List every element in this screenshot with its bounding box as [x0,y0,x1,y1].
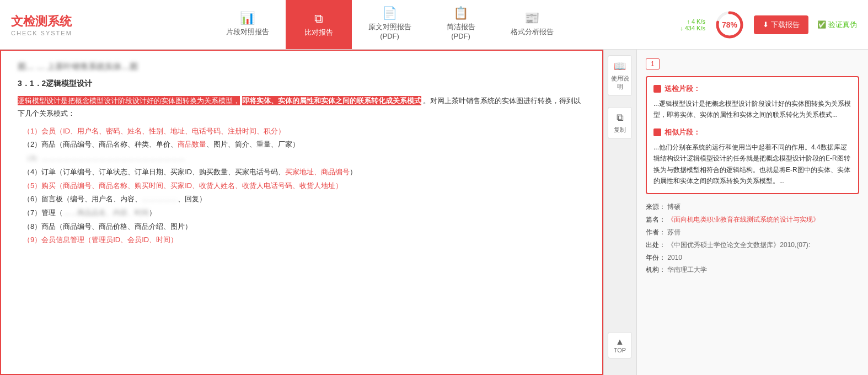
title-value: 《面向机电类职业教育在线测试系统的设计与实现》 [667,216,819,223]
download-icon: ⬇ [763,20,769,29]
similar-section-title: 相似片段： [653,127,851,137]
progress-circle: 78% [714,9,745,40]
list-item-8: （8）商品（商品编号、商品价格、商品介绍、图片） [23,220,586,234]
top-label: TOP [614,347,626,353]
similar-text-content: ...他们分别在系统的运行和使用当中起着不同的作用。4.4数据库逻辑结构设计逻辑… [653,143,850,185]
org-row: 机构： 华南理工大学 [646,264,859,276]
usage-label: 使用说明 [610,74,629,91]
copy-label: 复制 [614,126,626,134]
sent-section-title: 送检片段： [653,84,851,94]
logo-title: 文检测系统 [11,13,99,30]
verify-button[interactable]: ✅ 验证真伪 [817,20,857,30]
sent-text: ...逻辑模型设计是把概念模型设计阶段设计好的实体图转换为关系模型，即将实体、实… [653,98,851,121]
tab-bidui-icon: ⧉ [314,12,323,26]
source-label: 来源： [646,203,666,211]
tab-geshi-label: 格式分析报告 [511,28,554,37]
year-value: 2010 [667,254,682,261]
similar-label: 相似片段： [665,127,700,137]
highlight-text-2: 即将实体、实体的属性和实体之间的联系转化成关系模式 [242,96,421,105]
title-label: 篇名： [646,216,666,223]
verify-label: 验证真伪 [828,20,857,30]
copy-button[interactable]: ⧉ 复制 [608,107,632,139]
progress-pct: 78% [722,20,737,29]
list-item-4: （4）订单（订单编号、订单状态、订单日期、买家ID、购买数量、买家电话号码、买家… [23,165,586,179]
match-number-badge: 1 [646,58,660,69]
author-row: 作者： 苏倩 [646,226,859,239]
org-value: 华南理工大学 [667,266,707,274]
list-item-3: （3）…………………………………………………… [23,152,586,165]
source-row: 来源： 博硕 [646,201,859,213]
sent-text-content: ...逻辑模型设计是把概念模型设计阶段设计好的实体图转换为关系模型，即将实体、实… [653,100,851,119]
tab-jianjie-icon: 📋 [453,6,468,20]
tab-bidui-label: 比对报告 [304,28,333,38]
year-row: 年份： 2010 [646,251,859,264]
org-label: 机构： [646,266,666,274]
tab-bidui[interactable]: ⧉ 比对报告 [286,0,352,49]
doc-title: 图… … 上茶叶销售系统实体…图 [18,62,586,72]
list-item-1: （1）会员（ID、用户名、密码、姓名、性别、地址、电话号码、注册时间、积分） [23,125,586,138]
sent-label: 送检片段： [665,84,700,94]
doc-para-1: 逻辑模型设计是把概念模型设计阶段设计好的实体图转换为关系模型， 即将实体、实体的… [18,94,586,120]
speed-indicator: ↑ 4 K/s ↓ 434 K/s [680,18,705,31]
source-info: 来源： 博硕 篇名： 《面向机电类职业教育在线测试系统的设计与实现》 作者： 苏… [646,201,859,276]
logo-area: 文检测系统 CHECK SYSTEM [11,13,99,36]
list-item-7: （7）管理（……商品品名、内容、时间） [23,206,586,220]
author-value: 苏倩 [667,228,681,236]
verify-icon: ✅ [817,20,826,29]
pub-value: 《中国优秀硕士学位论文全文数据库》2010,(07): [667,241,810,249]
top-button[interactable]: ▲ TOP [608,332,632,358]
logo-sub: CHECK SYSTEM [11,30,99,36]
usage-button[interactable]: 📖 使用说明 [608,55,632,96]
list-item-6: （6）留言板（编号、用户名、内容、……………、回复） [23,192,586,206]
tab-jianjie[interactable]: 📋 简洁报告(PDF) [428,0,494,49]
header-right: ↑ 4 K/s ↓ 434 K/s 78% ⬇ 下载报告 ✅ 验证真伪 [680,9,857,40]
author-label: 作者： [646,228,666,236]
sent-icon [653,85,661,93]
right-panel: 1 送检片段： ...逻辑模型设计是把概念模型设计阶段设计好的实体图转换为关系模… [636,50,868,375]
speed-down: ↓ 434 K/s [680,25,705,31]
middle-panel: 📖 使用说明 ⧉ 复制 ▲ TOP [603,50,636,375]
list-item-5: （5）购买（商品编号、商品名称、购买时间、买家ID、收货人姓名、收货人电话号码、… [23,179,586,193]
title-row: 篇名： 《面向机电类职业教育在线测试系统的设计与实现》 [646,213,859,226]
doc-section-title: 3．1．2逻辑模型设计 [18,79,586,89]
header: 文检测系统 CHECK SYSTEM 📊 片段对照报告 ⧉ 比对报告 📄 原文对… [0,0,868,50]
tab-geshi[interactable]: 📰 格式分析报告 [494,0,570,49]
match-card: 送检片段： ...逻辑模型设计是把概念模型设计阶段设计好的实体图转换为关系模型，… [646,76,859,194]
list-item-9: （9）会员信息管理（管理员ID、会员ID、时间） [23,233,586,247]
tab-yuanwen[interactable]: 📄 原文对照报告(PDF) [352,0,428,49]
list-item-2: （2）商品（商品编号、商品名称、种类、单价、商品数量、图片、简介、重量、厂家） [23,138,586,152]
top-arrow-icon: ▲ [615,337,624,347]
document-area[interactable]: 图… … 上茶叶销售系统实体…图 3．1．2逻辑模型设计 逻辑模型设计是把概念模… [0,50,603,375]
tab-jianjie-label: 简洁报告(PDF) [447,23,475,41]
nav-tabs: 📊 片段对照报告 ⧉ 比对报告 📄 原文对照报告(PDF) 📋 简洁报告(PDF… [99,0,680,49]
copy-icon: ⧉ [617,112,624,124]
similar-icon [653,128,661,136]
similar-text: ...他们分别在系统的运行和使用当中起着不同的作用。4.4数据库逻辑结构设计逻辑… [653,142,851,187]
pub-label: 出处： [646,241,666,249]
tab-yuanwen-icon: 📄 [382,6,397,20]
tab-yuanwen-label: 原文对照报告(PDF) [368,23,411,41]
main-content: 图… … 上茶叶销售系统实体…图 3．1．2逻辑模型设计 逻辑模型设计是把概念模… [0,50,868,375]
speed-up: ↑ 4 K/s [687,18,705,25]
tab-pinduan-icon: 📊 [240,11,255,25]
download-button[interactable]: ⬇ 下载报告 [754,15,808,34]
source-value: 博硕 [667,203,681,211]
year-label: 年份： [646,254,666,261]
tab-geshi-icon: 📰 [524,11,539,25]
pub-row: 出处： 《中国优秀硕士学位论文全文数据库》2010,(07): [646,239,859,251]
usage-icon: 📖 [614,60,626,72]
download-label: 下载报告 [771,20,800,30]
tab-pinduan-label: 片段对照报告 [226,28,269,37]
tab-pinduan[interactable]: 📊 片段对照报告 [210,0,286,49]
highlight-text-1: 逻辑模型设计是把概念模型设计阶段设计好的实体图转换为关系模型， [18,96,240,105]
